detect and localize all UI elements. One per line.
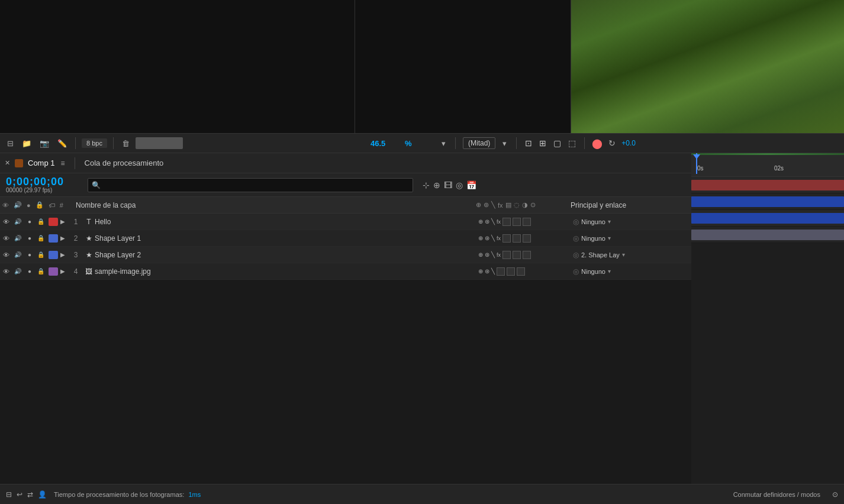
row-parent-arrow-0[interactable]: ▾	[608, 218, 611, 225]
folder-icon-btn[interactable]: 📁	[20, 138, 34, 149]
row-fx-pen-0[interactable]: ╲	[491, 218, 495, 225]
row-solo-icon-1[interactable]: ●	[24, 235, 36, 241]
monitor-icon-btn[interactable]: ⊟	[5, 138, 16, 149]
comp-tab-title[interactable]: Comp 1	[28, 159, 55, 167]
row-parent-arrow-2[interactable]: ▾	[622, 251, 625, 258]
screenshot-icon-btn[interactable]: 📷	[37, 138, 51, 149]
row-solo-icon-2[interactable]: ●	[24, 251, 36, 258]
row-audio-icon-1[interactable]: 🔊	[12, 235, 24, 241]
row-sq1-1[interactable]	[502, 234, 511, 243]
tab-menu-icon[interactable]: ≡	[61, 159, 65, 167]
row-visibility-icon-1[interactable]: 👁	[0, 235, 12, 242]
tab-close-btn[interactable]: ✕	[5, 159, 10, 167]
row-sq1-0[interactable]	[502, 218, 511, 226]
row-label-color-3[interactable]	[49, 267, 58, 276]
row-fx-star-0[interactable]: ⊛	[485, 218, 489, 225]
film-icon[interactable]: 🎞	[444, 180, 452, 190]
status-icon-4[interactable]: 👤	[38, 490, 47, 499]
row-expand-btn-2[interactable]: ▶	[60, 251, 69, 258]
row-fx-fx-1[interactable]: fx	[497, 235, 501, 241]
row-fx-star-2[interactable]: ⊛	[485, 251, 489, 258]
status-icon-3[interactable]: ⇄	[27, 490, 33, 499]
row-label-color-1[interactable]	[49, 234, 58, 243]
row-fx-pen-1[interactable]: ╲	[491, 235, 495, 241]
row-name-1[interactable]: Shape Layer 1	[95, 234, 478, 243]
row-visibility-icon-2[interactable]: 👁	[0, 251, 12, 259]
row-expand-btn-1[interactable]: ▶	[60, 235, 69, 241]
zoom-dropdown-btn[interactable]: ▾	[439, 138, 448, 149]
row-sq3-3[interactable]	[517, 267, 525, 276]
circle-icon[interactable]: ◎	[456, 180, 463, 190]
refresh-icon-btn[interactable]: ↻	[607, 137, 617, 149]
row-parent-arrow-1[interactable]: ▾	[608, 235, 611, 241]
row-audio-icon-0[interactable]: 🔊	[12, 218, 24, 225]
layer-row[interactable]: 👁 🔊 ● 🔒 ▶ 3 ★ Shape Layer 2 ⊕ ⊛ ╲ fx ◎ 2…	[0, 247, 691, 263]
row-fx-star-3[interactable]: ⊛	[485, 268, 489, 274]
row-lock-icon-2[interactable]: 🔒	[36, 251, 46, 258]
search-area[interactable]: 🔍	[88, 178, 413, 192]
row-parent-arrow-3[interactable]: ▾	[608, 268, 611, 274]
fit-icon-btn[interactable]: ⊡	[524, 137, 533, 149]
row-sq2-0[interactable]	[513, 218, 521, 226]
row-name-3[interactable]: sample-image.jpg	[95, 267, 478, 276]
row-sq1-2[interactable]	[502, 251, 511, 259]
layer-row[interactable]: 👁 🔊 ● 🔒 ▶ 1 T Hello ⊕ ⊛ ╲ fx ◎ Ninguno ▾	[0, 214, 691, 230]
timeline-bar-row-0[interactable]	[691, 177, 844, 193]
row-name-2[interactable]: Shape Layer 2	[95, 251, 478, 259]
grid-icon-btn[interactable]: ⊞	[538, 137, 547, 149]
row-sq2-2[interactable]	[513, 251, 521, 259]
row-lock-icon-0[interactable]: 🔒	[36, 218, 46, 225]
search-input[interactable]	[103, 181, 409, 189]
row-sq3-2[interactable]	[523, 251, 531, 259]
row-fx-crosshair-1[interactable]: ⊕	[478, 235, 483, 241]
row-fx-crosshair-3[interactable]: ⊕	[478, 268, 483, 274]
quality-arrow-btn[interactable]: ▾	[500, 138, 509, 149]
row-lock-icon-1[interactable]: 🔒	[36, 235, 46, 241]
timeline-bar-inner-0[interactable]	[691, 180, 844, 190]
row-label-color-2[interactable]	[49, 251, 58, 259]
row-fx-pen-3[interactable]: ╲	[491, 268, 495, 274]
pen-icon-btn[interactable]: ✏️	[55, 138, 69, 149]
row-visibility-icon-0[interactable]: 👁	[0, 218, 12, 225]
row-sq2-1[interactable]	[513, 234, 521, 243]
layer-row[interactable]: 👁 🔊 ● 🔒 ▶ 4 🖼 sample-image.jpg ⊕ ⊛ ╲ ◎ N…	[0, 263, 691, 280]
timecode-value[interactable]: 0;00;00;00	[6, 176, 83, 187]
timeline-bar-row-3[interactable]	[691, 227, 844, 243]
row-sq3-0[interactable]	[523, 218, 531, 226]
color-swatch[interactable]	[136, 137, 183, 149]
playhead[interactable]	[696, 153, 697, 174]
status-icon-1[interactable]: ⊟	[6, 490, 12, 499]
row-lock-icon-3[interactable]: 🔒	[36, 268, 46, 274]
status-right-icon[interactable]: ⊙	[832, 490, 838, 499]
timeline-bar-row-1[interactable]	[691, 193, 844, 210]
timeline-bar-row-2[interactable]	[691, 210, 844, 227]
row-sq3-1[interactable]	[523, 234, 531, 243]
row-sq1-3[interactable]	[497, 267, 505, 276]
track-icon[interactable]: ⊹	[423, 180, 430, 190]
layer-row[interactable]: 👁 🔊 ● 🔒 ▶ 2 ★ Shape Layer 1 ⊕ ⊛ ╲ fx ◎ N…	[0, 230, 691, 247]
row-visibility-icon-3[interactable]: 👁	[0, 268, 12, 275]
row-fx-crosshair-2[interactable]: ⊕	[478, 251, 483, 258]
calendar-icon[interactable]: 📅	[466, 180, 476, 190]
box-icon-btn[interactable]: ▢	[552, 137, 562, 149]
anchor-icon[interactable]: ⊕	[433, 180, 440, 190]
row-fx-crosshair-0[interactable]: ⊕	[478, 218, 483, 225]
row-solo-icon-3[interactable]: ●	[24, 268, 36, 274]
row-sq2-3[interactable]	[507, 267, 515, 276]
row-expand-btn-3[interactable]: ▶	[60, 268, 69, 274]
row-name-0[interactable]: Hello	[95, 218, 478, 226]
render-queue-label[interactable]: Cola de procesamiento	[85, 159, 164, 167]
status-icon-2[interactable]: ↩	[17, 490, 22, 499]
row-audio-icon-2[interactable]: 🔊	[12, 251, 24, 258]
timeline-bar-inner-3[interactable]	[691, 230, 844, 240]
row-fx-fx-0[interactable]: fx	[497, 219, 501, 225]
quality-dropdown-btn[interactable]: (Mitad)	[463, 137, 495, 149]
row-fx-pen-2[interactable]: ╲	[491, 251, 495, 258]
timeline-bar-inner-1[interactable]	[691, 196, 844, 207]
timeline-bar-inner-2[interactable]	[691, 213, 844, 224]
row-audio-icon-3[interactable]: 🔊	[12, 268, 24, 274]
row-solo-icon-0[interactable]: ●	[24, 218, 36, 225]
row-fx-fx-2[interactable]: fx	[497, 252, 501, 258]
row-expand-btn-0[interactable]: ▶	[60, 218, 69, 225]
row-fx-star-1[interactable]: ⊛	[485, 235, 489, 241]
